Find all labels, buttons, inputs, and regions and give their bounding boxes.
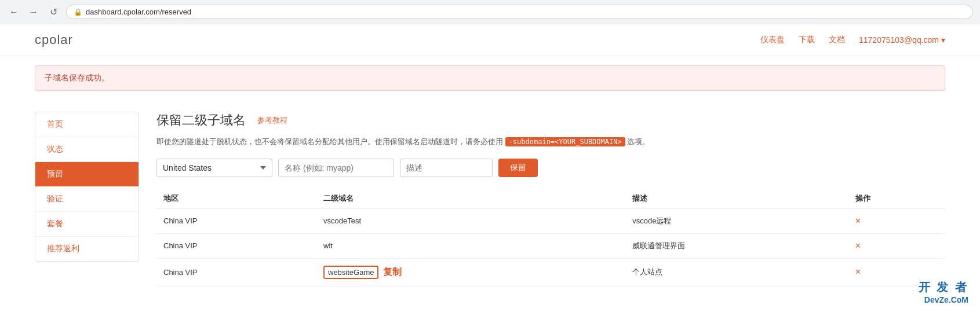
page-title: 保留二级子域名 xyxy=(156,112,246,129)
forward-icon: → xyxy=(29,7,38,17)
cell-region-1: China VIP xyxy=(156,208,316,233)
page-description: 即使您的隧道处于脱机状态，也不会将保留域名分配给其他用户。使用保留域名启动隧道时… xyxy=(156,136,945,148)
nav-dashboard[interactable]: 仪表盘 xyxy=(760,35,785,45)
data-table: 地区 二级域名 描述 操作 China VIP vscodeTest vscod… xyxy=(156,189,945,286)
region-select[interactable]: United StatesChina VIPChina xyxy=(156,159,272,177)
sidebar-item-auth[interactable]: 验证 xyxy=(35,187,139,212)
cell-region-3: China VIP xyxy=(156,258,316,286)
cell-subdomain-1: vscodeTest xyxy=(316,208,625,233)
back-button[interactable]: ← xyxy=(7,5,21,19)
cell-subdomain-2: wlt xyxy=(316,233,625,258)
top-navbar: cpolar 仪表盘 下载 文档 1172075103@qq.com ▾ xyxy=(0,24,980,56)
sidebar-item-status[interactable]: 状态 xyxy=(35,137,139,162)
url-text: dashboard.cpolar.com/reserved xyxy=(86,8,191,16)
description-text-2: 选项。 xyxy=(627,137,650,146)
subdomain-highlight: websiteGame xyxy=(323,266,378,279)
success-banner: 子域名保存成功。 xyxy=(35,65,945,91)
delete-button-2[interactable]: × xyxy=(855,241,861,251)
ref-link[interactable]: 参考教程 xyxy=(257,115,287,126)
forward-button[interactable]: → xyxy=(27,5,41,19)
cell-desc-2: 威联通管理界面 xyxy=(625,233,848,258)
brand-logo: cpolar xyxy=(35,32,73,47)
cell-desc-3: 个人站点 xyxy=(625,258,848,286)
user-dropdown-icon: ▾ xyxy=(941,35,945,45)
col-action: 操作 xyxy=(848,189,945,209)
nav-links: 仪表盘 下载 文档 1172075103@qq.com ▾ xyxy=(760,35,945,45)
subdomain-cell-3: websiteGame 复制 xyxy=(323,266,618,279)
watermark-line2: DevZe.CoM xyxy=(919,295,968,298)
sidebar: 首页 状态 预留 验证 套餐 推荐返利 xyxy=(35,112,139,262)
sidebar-item-referral[interactable]: 推荐返利 xyxy=(35,237,139,261)
table-row: China VIP wlt 威联通管理界面 × xyxy=(156,233,945,258)
watermark: 开 发 者 DevZe.CoM xyxy=(919,280,968,298)
back-icon: ← xyxy=(9,7,19,17)
browser-chrome: ← → ↺ 🔒 dashboard.cpolar.com/reserved xyxy=(0,0,980,24)
col-description: 描述 xyxy=(625,189,848,209)
col-subdomain: 二级域名 xyxy=(316,189,625,209)
copy-button[interactable]: 复制 xyxy=(383,266,402,278)
table-row: China VIP vscodeTest vscode远程 × xyxy=(156,208,945,233)
cell-subdomain-3: websiteGame 复制 xyxy=(316,258,625,286)
table-row: China VIP websiteGame 复制 个人站点 × xyxy=(156,258,945,286)
description-text-1: 即使您的隧道处于脱机状态，也不会将保留域名分配给其他用户。使用保留域名启动隧道时… xyxy=(156,137,503,146)
col-region: 地区 xyxy=(156,189,316,209)
success-message: 子域名保存成功。 xyxy=(45,73,110,82)
sidebar-item-reserved[interactable]: 预留 xyxy=(35,162,139,187)
reload-icon: ↺ xyxy=(50,6,57,17)
nav-download[interactable]: 下载 xyxy=(799,35,815,45)
main-content: 首页 状态 预留 验证 套餐 推荐返利 保留二级子域名 参考教程 即使您的隧道处… xyxy=(0,100,980,298)
nav-docs[interactable]: 文档 xyxy=(829,35,845,45)
watermark-line1: 开 发 者 xyxy=(919,280,968,295)
desc-input[interactable] xyxy=(400,159,493,177)
description-code: -subdomain=<YOUR_SUBDOMAIN> xyxy=(505,137,625,146)
user-email: 1172075103@qq.com xyxy=(859,35,939,45)
delete-button-1[interactable]: × xyxy=(855,216,861,226)
lock-icon: 🔒 xyxy=(74,8,82,16)
name-input[interactable] xyxy=(278,159,394,177)
sidebar-item-home[interactable]: 首页 xyxy=(35,112,139,137)
user-menu[interactable]: 1172075103@qq.com ▾ xyxy=(859,35,945,45)
cell-region-2: China VIP xyxy=(156,233,316,258)
sidebar-item-plan[interactable]: 套餐 xyxy=(35,212,139,237)
cell-action-2: × xyxy=(848,233,945,258)
page-area: 保留二级子域名 参考教程 即使您的隧道处于脱机状态，也不会将保留域名分配给其他用… xyxy=(156,112,945,286)
cell-action-1: × xyxy=(848,208,945,233)
form-row: United StatesChina VIPChina 保留 xyxy=(156,159,945,177)
delete-button-3[interactable]: × xyxy=(855,267,861,277)
cell-desc-1: vscode远程 xyxy=(625,208,848,233)
page-title-row: 保留二级子域名 参考教程 xyxy=(156,112,945,129)
reload-button[interactable]: ↺ xyxy=(46,5,60,19)
address-bar[interactable]: 🔒 dashboard.cpolar.com/reserved xyxy=(66,5,973,19)
save-button[interactable]: 保留 xyxy=(498,159,538,177)
table-header-row: 地区 二级域名 描述 操作 xyxy=(156,189,945,209)
